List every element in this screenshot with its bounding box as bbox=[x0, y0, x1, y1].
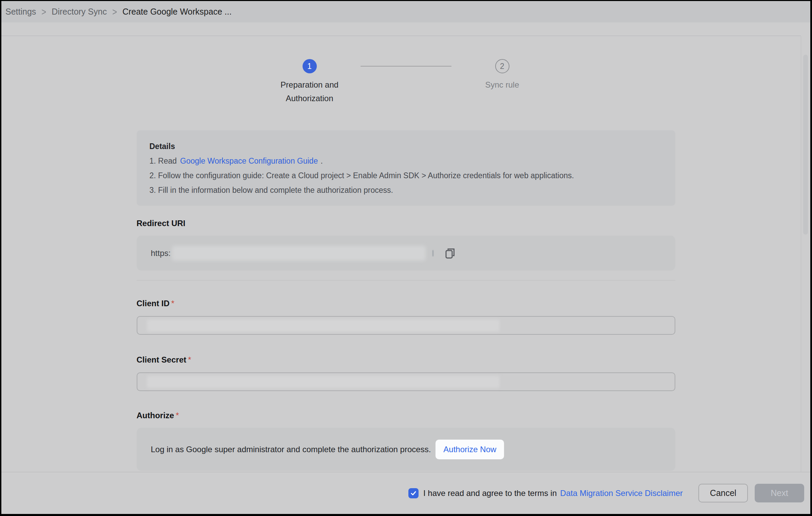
copy-icon[interactable] bbox=[442, 246, 457, 261]
client-secret-input[interactable] bbox=[137, 372, 675, 391]
client-id-input[interactable] bbox=[137, 316, 675, 335]
authorize-description: Log in as Google super administrator and… bbox=[151, 445, 431, 454]
redirect-uri-label: Redirect URI bbox=[137, 219, 675, 228]
wizard-step-content: 1 Preparation and Authorization 2 Sync r… bbox=[137, 59, 675, 471]
redirect-uri-value-prefix: https: bbox=[151, 248, 171, 258]
breadcrumb-item-directory-sync[interactable]: Directory Sync bbox=[52, 7, 107, 17]
footer-bar: I have read and agree to the terms in Da… bbox=[1, 472, 810, 514]
stepper-step-1: 1 Preparation and Authorization bbox=[259, 59, 361, 105]
required-asterisk: * bbox=[171, 299, 174, 308]
scrollbar-thumb[interactable] bbox=[803, 55, 808, 235]
details-title: Details bbox=[150, 139, 662, 154]
authorize-now-button[interactable]: Authorize Now bbox=[436, 440, 504, 459]
breadcrumb-item-current: Create Google Workspace ... bbox=[122, 7, 232, 17]
agreement-row: I have read and agree to the terms in Da… bbox=[408, 488, 683, 498]
redirect-uri-redaction-artifact bbox=[432, 250, 433, 256]
stepper-step-2: 2 Sync rule bbox=[451, 59, 553, 92]
details-panel: Details 1. ReadGoogle Workspace Configur… bbox=[137, 130, 675, 206]
client-id-label-text: Client ID bbox=[137, 299, 170, 308]
section-divider bbox=[137, 280, 675, 280]
details-line-1-prefix: 1. Read bbox=[150, 156, 177, 165]
scrollbar-track bbox=[801, 36, 810, 472]
redirect-uri-label-text: Redirect URI bbox=[137, 219, 186, 228]
step-1-circle: 1 bbox=[303, 59, 317, 73]
required-asterisk: * bbox=[176, 411, 179, 420]
step-2-label: Sync rule bbox=[485, 78, 519, 92]
breadcrumb-bar: Settings > Directory Sync > Create Googl… bbox=[1, 1, 810, 22]
redirect-uri-box: https: bbox=[137, 236, 675, 271]
client-id-label: Client ID* bbox=[137, 299, 675, 308]
breadcrumb: Settings > Directory Sync > Create Googl… bbox=[5, 7, 232, 17]
next-button[interactable]: Next bbox=[755, 484, 804, 502]
breadcrumb-item-settings[interactable]: Settings bbox=[5, 7, 36, 17]
scroll-area: 1 Preparation and Authorization 2 Sync r… bbox=[1, 36, 810, 472]
details-line-1-suffix: . bbox=[321, 156, 323, 165]
configuration-guide-link[interactable]: Google Workspace Configuration Guide bbox=[180, 156, 318, 165]
authorize-panel: Log in as Google super administrator and… bbox=[137, 428, 675, 471]
stepper-connector-line bbox=[361, 66, 451, 67]
content-top-divider bbox=[1, 22, 801, 36]
agreement-text: I have read and agree to the terms in bbox=[423, 489, 557, 498]
step-1-label: Preparation and Authorization bbox=[269, 78, 350, 105]
client-secret-label: Client Secret* bbox=[137, 355, 675, 365]
checkmark-icon bbox=[410, 490, 417, 497]
cancel-button[interactable]: Cancel bbox=[698, 484, 748, 502]
details-line-1: 1. ReadGoogle Workspace Configuration Gu… bbox=[150, 154, 662, 168]
chevron-right-icon: > bbox=[41, 6, 46, 18]
details-line-2: 2. Follow the configuration guide: Creat… bbox=[150, 168, 662, 183]
client-id-redacted-value bbox=[147, 319, 500, 332]
app-window: Settings > Directory Sync > Create Googl… bbox=[1, 1, 810, 514]
disclaimer-link[interactable]: Data Migration Service Disclaimer bbox=[560, 489, 683, 498]
agreement-checkbox[interactable] bbox=[408, 488, 419, 498]
chevron-right-icon: > bbox=[112, 6, 117, 18]
wizard-stepper: 1 Preparation and Authorization 2 Sync r… bbox=[137, 59, 675, 105]
authorize-label: Authorize* bbox=[137, 411, 675, 420]
step-2-circle: 2 bbox=[495, 59, 509, 73]
details-line-3: 3. Fill in the information below and com… bbox=[150, 183, 662, 198]
required-asterisk: * bbox=[188, 355, 191, 365]
client-secret-redacted-value bbox=[147, 376, 500, 388]
authorize-label-text: Authorize bbox=[137, 411, 174, 420]
client-secret-label-text: Client Secret bbox=[137, 355, 187, 365]
redirect-uri-redacted-value bbox=[172, 246, 426, 261]
